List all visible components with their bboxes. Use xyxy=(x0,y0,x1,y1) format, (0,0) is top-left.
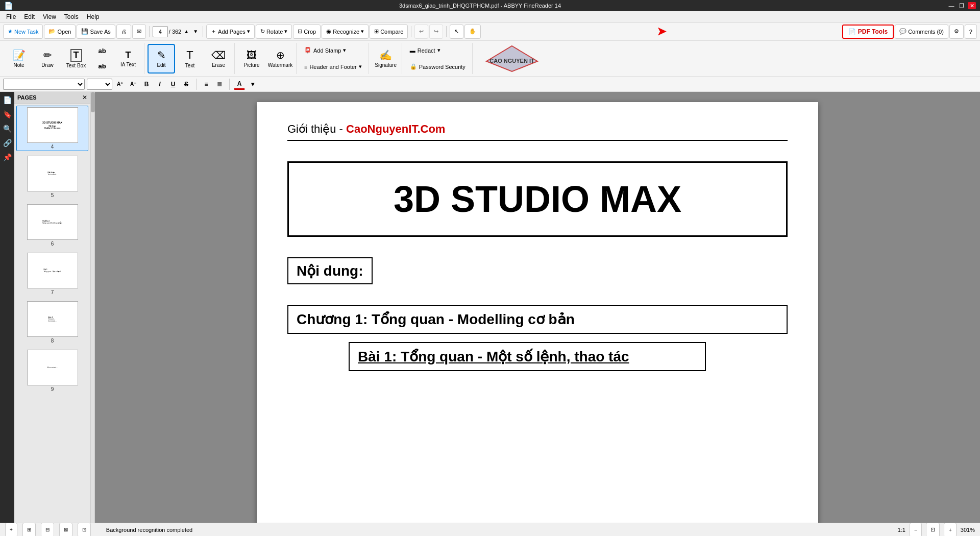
strikethrough-button[interactable]: S xyxy=(181,79,192,90)
toolbar2: 📝 Note ✏ Draw T Text Box ab ab T IA Text… xyxy=(0,41,980,77)
erase-icon: ⌫ xyxy=(211,49,226,61)
underline-button[interactable]: U xyxy=(167,79,179,90)
print-icon: 🖨 xyxy=(121,29,127,35)
sync-button[interactable]: ⊡ xyxy=(78,523,91,537)
page-thumb-5[interactable]: Giới thiệu Text content... 5 xyxy=(16,154,88,200)
note-button[interactable]: 📝 Note xyxy=(5,44,33,74)
rotate-button[interactable]: ↻ Rotate ▾ xyxy=(256,25,292,39)
watermark-button[interactable]: ⊕ Watermark xyxy=(266,44,294,74)
status-message: Background recognition completed xyxy=(106,527,192,533)
menu-tools[interactable]: Tools xyxy=(60,12,83,21)
stamp-icon: 📮 xyxy=(304,47,311,54)
pdf-area[interactable]: Giới thiệu - CaoNguyenIT.Com 3D STUDIO M… xyxy=(95,92,980,523)
edit-button[interactable]: ✎ Edit xyxy=(148,44,175,74)
align-left-button[interactable]: ≡ xyxy=(201,79,212,90)
bold-button[interactable]: B xyxy=(141,79,152,90)
divider1 xyxy=(149,26,150,37)
hand-button[interactable]: ✋ xyxy=(464,25,481,39)
signature-button[interactable]: ✍ Signature xyxy=(372,44,400,74)
sidebar-header: PAGES ✕ xyxy=(14,92,90,104)
page-thumb-9[interactable]: More content... 9 xyxy=(16,348,88,394)
help-button[interactable]: ? xyxy=(965,25,977,39)
font-size-select[interactable] xyxy=(87,79,112,90)
add-pages-button[interactable]: ＋ Add Pages ▾ xyxy=(206,25,255,39)
undo-button[interactable]: ↩ xyxy=(414,25,428,39)
side-search-icon[interactable]: 🔍 xyxy=(1,123,13,135)
toolbar3: A⁺ A⁻ B I U S ≡ ≣ A ▾ xyxy=(0,77,980,92)
add-page-status-button[interactable]: + xyxy=(5,523,17,537)
crop-button[interactable]: ⊡ Crop xyxy=(293,25,321,39)
menu-help[interactable]: Help xyxy=(83,12,104,21)
text-color-arrow[interactable]: ▾ xyxy=(247,79,258,90)
redact-button[interactable]: ▬ Redact ▾ xyxy=(405,43,445,58)
open-button[interactable]: 📂 Open xyxy=(44,25,76,39)
pdf-header: Giới thiệu - CaoNguyenIT.Com xyxy=(287,123,788,141)
header-footer-button[interactable]: ≡ Header and Footer ▾ xyxy=(300,60,366,74)
font-name-select[interactable] xyxy=(3,79,85,90)
draw-button[interactable]: ✏ Draw xyxy=(34,44,61,74)
thumb-image-7: Bài 1 Tổng quan - Một số lệnh xyxy=(27,253,78,288)
print-button[interactable]: 🖨 xyxy=(116,25,131,39)
password-security-button[interactable]: 🔒 Password Security xyxy=(405,60,470,74)
noi-dung-box: Nội dung: xyxy=(287,257,373,284)
page-thumb-8[interactable]: Bài 1 Viewport... Command... 8 xyxy=(16,300,88,345)
red-arrow-icon: ➤ xyxy=(657,25,666,38)
save-as-button[interactable]: 💾 Save As xyxy=(77,25,115,39)
page-thumb-7[interactable]: Bài 1 Tổng quan - Một số lệnh 7 xyxy=(16,251,88,297)
recognize-icon: ◉ xyxy=(326,28,331,35)
add-stamp-button[interactable]: 📮 Add Stamp ▾ xyxy=(300,43,351,58)
text-ab1-button[interactable]: ab xyxy=(91,44,113,58)
erase-button[interactable]: ⌫ Erase xyxy=(205,44,232,74)
recognize-button[interactable]: ◉ Recognize ▾ xyxy=(322,25,369,39)
close-button[interactable]: ✕ xyxy=(968,2,976,9)
email-button[interactable]: ✉ xyxy=(132,25,146,39)
side-link-icon[interactable]: 🔗 xyxy=(1,137,13,149)
pointer-button[interactable]: ↖ xyxy=(450,25,463,39)
side-pages-icon[interactable]: 📄 xyxy=(1,94,13,106)
page-up-button[interactable]: ▲ xyxy=(182,28,190,35)
new-task-button[interactable]: ★ New Task xyxy=(3,25,43,39)
page-nav-status-button[interactable]: ⊞ xyxy=(22,523,36,537)
thumb-image-4: 3D STUDIO MAX Nội dung: Chương 1: Tổng q… xyxy=(27,107,78,143)
title-bar: 📄 3dsmax6_giao_trinh_DHQGTPHCM.pdf - ABB… xyxy=(0,0,980,11)
text-button[interactable]: T Text xyxy=(176,44,204,74)
zoom-ratio: 1:1 xyxy=(898,527,905,533)
sidebar-close-button[interactable]: ✕ xyxy=(82,94,87,101)
side-pin-icon[interactable]: 📌 xyxy=(1,151,13,163)
settings-button[interactable]: ⚙ xyxy=(949,25,964,39)
page-number-input[interactable] xyxy=(153,26,168,37)
menu-view[interactable]: View xyxy=(39,12,60,21)
picture-button[interactable]: 🖼 Picture xyxy=(238,44,265,74)
ia-text-button[interactable]: T IA Text xyxy=(114,44,142,74)
fit-page-button[interactable]: ⊡ xyxy=(926,523,940,537)
maximize-button[interactable]: ❐ xyxy=(958,2,966,9)
italic-button[interactable]: I xyxy=(154,79,165,90)
minimize-button[interactable]: — xyxy=(947,2,955,9)
text-ab2-button[interactable]: ab xyxy=(91,59,113,74)
subscript-button[interactable]: A⁻ xyxy=(128,79,139,90)
zoom-in-button[interactable]: + xyxy=(944,523,956,537)
text-color-button[interactable]: A xyxy=(234,79,245,90)
compare-button[interactable]: ⊞ Compare xyxy=(370,25,408,39)
thumb-label-5: 5 xyxy=(51,192,54,198)
sidebar-scrollbar[interactable] xyxy=(91,92,95,523)
text-box-button[interactable]: T Text Box xyxy=(62,44,90,74)
menu-file[interactable]: File xyxy=(2,12,20,21)
comments-button[interactable]: 💬 Comments (0) xyxy=(895,25,948,39)
page-thumb-6[interactable]: Chương 1 Tổng quan Modelling cơ bản 6 xyxy=(16,203,88,248)
pdf-tools-button[interactable]: 📄 PDF Tools xyxy=(842,25,894,39)
split-view-button[interactable]: ⊟ xyxy=(41,523,54,537)
add-pages-icon: ＋ xyxy=(211,28,216,35)
menu-edit[interactable]: Edit xyxy=(20,12,39,21)
redo-button[interactable]: ↪ xyxy=(429,25,443,39)
page-down-button[interactable]: ▼ xyxy=(191,28,200,35)
thumb-image-9: More content... xyxy=(27,350,78,385)
thumb-image-5: Giới thiệu Text content... xyxy=(27,156,78,191)
align-center-button[interactable]: ≣ xyxy=(214,79,225,90)
page-thumb-4[interactable]: 3D STUDIO MAX Nội dung: Chương 1: Tổng q… xyxy=(16,106,88,151)
side-bookmark-icon[interactable]: 🔖 xyxy=(1,108,13,120)
superscript-button[interactable]: A⁺ xyxy=(114,79,126,90)
divider2 xyxy=(203,26,203,37)
zoom-out-button[interactable]: − xyxy=(910,523,922,537)
multi-view-button[interactable]: ⊠ xyxy=(59,523,72,537)
